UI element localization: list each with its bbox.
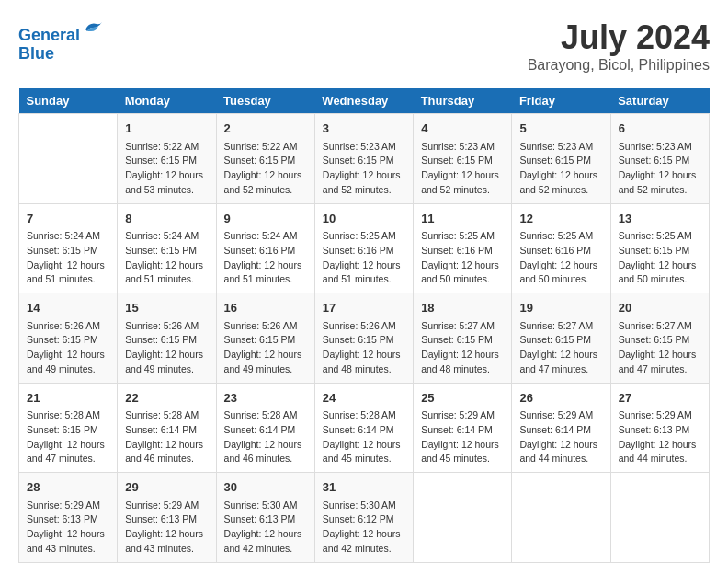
calendar-cell — [512, 473, 610, 563]
calendar-cell: 13Sunrise: 5:25 AM Sunset: 6:15 PM Dayli… — [610, 203, 709, 293]
day-number: 23 — [224, 389, 307, 408]
calendar-cell: 2Sunrise: 5:22 AM Sunset: 6:15 PM Daylig… — [216, 114, 314, 204]
day-number: 19 — [519, 299, 602, 317]
calendar-week-2: 7Sunrise: 5:24 AM Sunset: 6:15 PM Daylig… — [19, 203, 710, 293]
subtitle: Barayong, Bicol, Philippines — [528, 57, 710, 74]
day-info: Sunrise: 5:29 AM Sunset: 6:14 PM Dayligh… — [421, 408, 504, 466]
day-number: 21 — [27, 389, 109, 408]
logo: General Blue — [18, 18, 104, 63]
calendar-cell: 27Sunrise: 5:29 AM Sunset: 6:13 PM Dayli… — [610, 383, 709, 473]
column-header-saturday: Saturday — [610, 88, 709, 114]
calendar-cell: 21Sunrise: 5:28 AM Sunset: 6:15 PM Dayli… — [19, 383, 118, 473]
day-info: Sunrise: 5:28 AM Sunset: 6:14 PM Dayligh… — [323, 408, 405, 466]
day-info: Sunrise: 5:23 AM Sunset: 6:15 PM Dayligh… — [323, 140, 405, 198]
calendar-cell: 3Sunrise: 5:23 AM Sunset: 6:15 PM Daylig… — [314, 114, 413, 204]
calendar-week-4: 21Sunrise: 5:28 AM Sunset: 6:15 PM Dayli… — [19, 383, 710, 473]
day-info: Sunrise: 5:25 AM Sunset: 6:16 PM Dayligh… — [519, 229, 602, 287]
calendar-cell: 12Sunrise: 5:25 AM Sunset: 6:16 PM Dayli… — [512, 203, 610, 293]
column-header-sunday: Sunday — [19, 88, 118, 114]
calendar-cell: 1Sunrise: 5:22 AM Sunset: 6:15 PM Daylig… — [118, 114, 216, 204]
calendar-cell: 22Sunrise: 5:28 AM Sunset: 6:14 PM Dayli… — [118, 383, 216, 473]
day-number: 14 — [27, 299, 109, 317]
day-number: 31 — [323, 478, 405, 497]
day-number: 4 — [421, 120, 504, 138]
day-number: 25 — [421, 389, 504, 408]
day-info: Sunrise: 5:22 AM Sunset: 6:15 PM Dayligh… — [224, 140, 307, 198]
day-number: 28 — [27, 478, 109, 497]
calendar-cell: 18Sunrise: 5:27 AM Sunset: 6:15 PM Dayli… — [414, 293, 512, 384]
calendar-cell — [19, 114, 118, 204]
day-info: Sunrise: 5:27 AM Sunset: 6:15 PM Dayligh… — [519, 319, 602, 377]
calendar-table: SundayMondayTuesdayWednesdayThursdayFrid… — [18, 88, 710, 563]
calendar-cell: 9Sunrise: 5:24 AM Sunset: 6:16 PM Daylig… — [216, 203, 314, 293]
calendar-cell — [610, 473, 709, 563]
day-info: Sunrise: 5:23 AM Sunset: 6:15 PM Dayligh… — [421, 140, 504, 198]
day-info: Sunrise: 5:25 AM Sunset: 6:15 PM Dayligh… — [619, 229, 701, 287]
day-number: 18 — [421, 299, 504, 317]
day-info: Sunrise: 5:29 AM Sunset: 6:13 PM Dayligh… — [619, 408, 701, 466]
calendar-cell: 31Sunrise: 5:30 AM Sunset: 6:12 PM Dayli… — [314, 473, 413, 563]
day-info: Sunrise: 5:25 AM Sunset: 6:16 PM Dayligh… — [323, 229, 405, 287]
main-title: July 2024 — [528, 18, 710, 57]
day-number: 3 — [323, 120, 405, 138]
calendar-cell: 23Sunrise: 5:28 AM Sunset: 6:14 PM Dayli… — [216, 383, 314, 473]
day-number: 27 — [619, 389, 701, 408]
logo-bird-icon — [82, 18, 104, 40]
day-number: 1 — [125, 120, 208, 138]
day-number: 15 — [125, 299, 208, 317]
day-number: 20 — [619, 299, 701, 317]
page-header: General Blue July 2024 Barayong, Bicol, … — [18, 18, 710, 74]
calendar-cell: 16Sunrise: 5:26 AM Sunset: 6:15 PM Dayli… — [216, 293, 314, 384]
day-info: Sunrise: 5:26 AM Sunset: 6:15 PM Dayligh… — [224, 319, 307, 377]
calendar-cell: 29Sunrise: 5:29 AM Sunset: 6:13 PM Dayli… — [118, 473, 216, 563]
calendar-week-5: 28Sunrise: 5:29 AM Sunset: 6:13 PM Dayli… — [19, 473, 710, 563]
day-info: Sunrise: 5:24 AM Sunset: 6:15 PM Dayligh… — [27, 229, 109, 287]
calendar-cell: 24Sunrise: 5:28 AM Sunset: 6:14 PM Dayli… — [314, 383, 413, 473]
day-info: Sunrise: 5:25 AM Sunset: 6:16 PM Dayligh… — [421, 229, 504, 287]
calendar-cell: 28Sunrise: 5:29 AM Sunset: 6:13 PM Dayli… — [19, 473, 118, 563]
day-number: 26 — [519, 389, 602, 408]
day-info: Sunrise: 5:30 AM Sunset: 6:13 PM Dayligh… — [224, 499, 307, 557]
day-info: Sunrise: 5:28 AM Sunset: 6:14 PM Dayligh… — [224, 408, 307, 466]
day-info: Sunrise: 5:28 AM Sunset: 6:14 PM Dayligh… — [125, 408, 208, 466]
calendar-cell: 17Sunrise: 5:26 AM Sunset: 6:15 PM Dayli… — [314, 293, 413, 384]
calendar-cell: 20Sunrise: 5:27 AM Sunset: 6:15 PM Dayli… — [610, 293, 709, 384]
column-header-thursday: Thursday — [414, 88, 512, 114]
day-number: 2 — [224, 120, 307, 138]
day-number: 22 — [125, 389, 208, 408]
day-info: Sunrise: 5:26 AM Sunset: 6:15 PM Dayligh… — [323, 319, 405, 377]
day-info: Sunrise: 5:27 AM Sunset: 6:15 PM Dayligh… — [421, 319, 504, 377]
calendar-cell: 25Sunrise: 5:29 AM Sunset: 6:14 PM Dayli… — [414, 383, 512, 473]
calendar-cell: 19Sunrise: 5:27 AM Sunset: 6:15 PM Dayli… — [512, 293, 610, 384]
day-number: 8 — [125, 210, 208, 228]
calendar-week-3: 14Sunrise: 5:26 AM Sunset: 6:15 PM Dayli… — [19, 293, 710, 384]
calendar-cell: 26Sunrise: 5:29 AM Sunset: 6:14 PM Dayli… — [512, 383, 610, 473]
day-info: Sunrise: 5:28 AM Sunset: 6:15 PM Dayligh… — [27, 408, 109, 466]
day-number: 13 — [619, 210, 701, 228]
day-number: 9 — [224, 210, 307, 228]
day-number: 17 — [323, 299, 405, 317]
calendar-cell: 15Sunrise: 5:26 AM Sunset: 6:15 PM Dayli… — [118, 293, 216, 384]
column-header-tuesday: Tuesday — [216, 88, 314, 114]
day-info: Sunrise: 5:24 AM Sunset: 6:16 PM Dayligh… — [224, 229, 307, 287]
day-info: Sunrise: 5:29 AM Sunset: 6:13 PM Dayligh… — [125, 499, 208, 557]
calendar-cell — [414, 473, 512, 563]
calendar-cell: 7Sunrise: 5:24 AM Sunset: 6:15 PM Daylig… — [19, 203, 118, 293]
day-number: 24 — [323, 389, 405, 408]
calendar-cell: 4Sunrise: 5:23 AM Sunset: 6:15 PM Daylig… — [414, 114, 512, 204]
calendar-cell: 6Sunrise: 5:23 AM Sunset: 6:15 PM Daylig… — [610, 114, 709, 204]
day-number: 6 — [619, 120, 701, 138]
day-info: Sunrise: 5:26 AM Sunset: 6:15 PM Dayligh… — [125, 319, 208, 377]
day-info: Sunrise: 5:26 AM Sunset: 6:15 PM Dayligh… — [27, 319, 109, 377]
calendar-cell: 8Sunrise: 5:24 AM Sunset: 6:15 PM Daylig… — [118, 203, 216, 293]
day-number: 5 — [519, 120, 602, 138]
calendar-cell: 30Sunrise: 5:30 AM Sunset: 6:13 PM Dayli… — [216, 473, 314, 563]
day-number: 12 — [519, 210, 602, 228]
calendar-cell: 14Sunrise: 5:26 AM Sunset: 6:15 PM Dayli… — [19, 293, 118, 384]
day-number: 16 — [224, 299, 307, 317]
column-header-monday: Monday — [118, 88, 216, 114]
day-info: Sunrise: 5:24 AM Sunset: 6:15 PM Dayligh… — [125, 229, 208, 287]
day-number: 30 — [224, 478, 307, 497]
column-header-friday: Friday — [512, 88, 610, 114]
day-info: Sunrise: 5:23 AM Sunset: 6:15 PM Dayligh… — [519, 140, 602, 198]
